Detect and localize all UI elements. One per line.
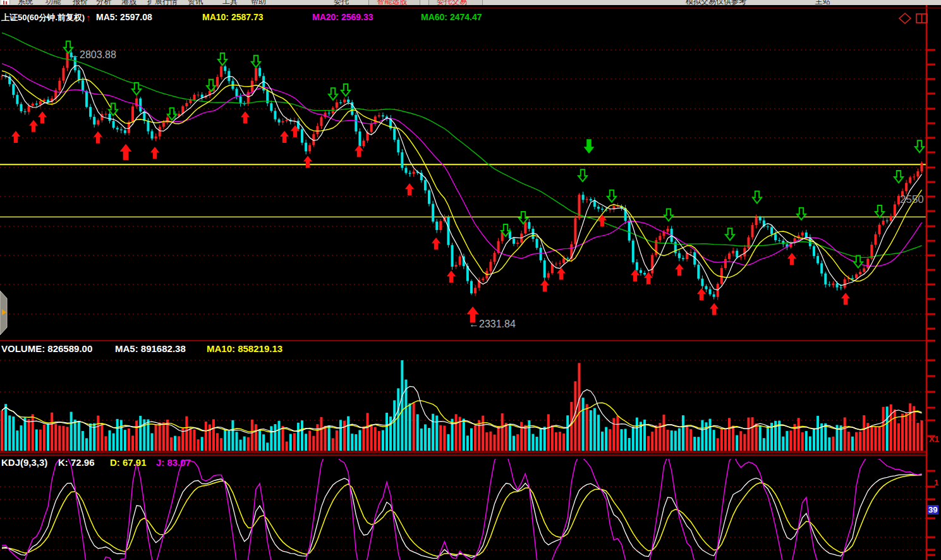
sell-arrow-icon (664, 209, 673, 221)
buy-arrow-icon (631, 269, 640, 281)
menu-item-1[interactable]: 系统 (18, 0, 33, 5)
menu-status-1: 模拟交易仅供参考 (686, 0, 746, 5)
kdj-label-3: D: 67.91 (110, 457, 147, 468)
volume-label-3: MA10: 858219.13 (207, 343, 282, 354)
volume-label-2: MA5: 891682.38 (115, 343, 186, 354)
kdj-d-line (2, 475, 922, 557)
ma-label-2: MA10: 2587.73 (202, 12, 264, 22)
menu-item-10[interactable]: 委托 (334, 0, 349, 5)
volume-label-1: VOLUME: 826589.00 (1, 343, 92, 354)
sell-arrow-icon (252, 56, 260, 68)
menu-item-6[interactable]: 扩展行情 (147, 0, 178, 5)
menu-item-7[interactable]: 资讯 (188, 0, 203, 5)
ma-label-3: MA20: 2569.33 (312, 12, 373, 22)
window-top-border (0, 8, 941, 8)
app-window: 系统功能报价分析港股扩展行情资讯工具帮助委托智能选股委托交易模拟交易仅供参考主站… (0, 0, 941, 560)
buy-arrow-icon (787, 253, 796, 265)
buy-arrow-icon (557, 268, 566, 280)
buy-arrow-icon (120, 144, 132, 161)
buy-arrow-icon (710, 303, 719, 315)
ma-label-4: MA60: 2474.47 (421, 12, 482, 22)
kdj-axis-label: 1 (934, 478, 938, 487)
buy-arrow-icon (150, 147, 159, 159)
menu-item-2[interactable]: 功能 (46, 0, 61, 5)
sell-arrow-icon (329, 88, 337, 100)
menu-item-9[interactable]: 帮助 (251, 0, 266, 5)
trough-price-label: ←2331.84 (469, 319, 516, 330)
sell-arrow-icon (894, 171, 903, 183)
kdj-label-1: KDJ(9,3,3) (1, 457, 47, 468)
sell-arrow-icon (218, 53, 227, 65)
menu-status-2: 主站 (815, 0, 830, 5)
buy-arrow-icon (355, 145, 363, 157)
kdj-label-4: J: 83.07 (156, 457, 191, 468)
menu-bar: 系统功能报价分析港股扩展行情资讯工具帮助委托智能选股委托交易模拟交易仅供参考主站 (0, 0, 941, 5)
buy-arrow-icon (675, 264, 684, 276)
buy-arrow-icon (280, 131, 289, 143)
menu-button-2[interactable]: 委托交易 (428, 0, 483, 5)
diamond-icon[interactable] (899, 13, 911, 23)
peak-price-label: ←2803.88 (70, 49, 116, 61)
buy-arrow-icon (432, 238, 440, 250)
sell-arrow-icon (519, 212, 528, 224)
kdj-label-2: K: 72.96 (58, 457, 95, 468)
sell-arrow-icon (725, 228, 734, 240)
sell-arrow-icon (875, 205, 884, 217)
buy-arrow-icon (241, 111, 250, 123)
sell-arrow-icon (797, 208, 806, 220)
trend-up-icon: ↑ (86, 12, 91, 23)
sell-arrow-icon (341, 84, 350, 96)
sell-arrow-icon (753, 192, 762, 204)
chart-title: 上证50(60分钟.前复权) (1, 12, 85, 23)
menu-item-5[interactable]: 港股 (121, 0, 137, 5)
buy-arrow-icon (29, 120, 38, 132)
sell-arrow-icon (607, 190, 616, 202)
buy-arrow-icon (540, 280, 549, 292)
menu-item-3[interactable]: 报价 (73, 0, 88, 5)
sell-arrow-icon (915, 140, 924, 152)
kdj-value-badge: 39 (927, 505, 938, 514)
sell-arrow-icon (578, 169, 587, 181)
buy-arrow-icon (94, 131, 102, 143)
buy-arrow-icon (405, 183, 414, 195)
volume-scale-label: X1 (929, 434, 939, 444)
ma-label-1: MA5: 2597.08 (96, 12, 152, 22)
buy-arrow-icon (841, 293, 850, 305)
menu-item-8[interactable]: 工具 (222, 0, 238, 5)
buy-arrow-icon (697, 288, 706, 300)
main-price-plot[interactable] (1, 33, 924, 323)
ma60-line (2, 33, 922, 258)
menu-item-4[interactable]: 分析 (96, 0, 111, 5)
axis-price-label: 2550 (900, 193, 924, 206)
gridlines (0, 50, 926, 550)
volume-plot[interactable] (1, 360, 923, 451)
sell-arrow-icon (109, 104, 118, 116)
pane-window-icons (897, 12, 930, 28)
buy-arrow-icon (38, 111, 47, 123)
menu-button-1[interactable]: 智能选股 (368, 0, 420, 5)
buy-arrow-icon (303, 156, 312, 168)
left-panel-handle[interactable] (0, 291, 7, 335)
buy-arrow-icon (447, 271, 456, 283)
sell-arrow-icon (584, 139, 595, 154)
app-icon[interactable] (1, 0, 10, 4)
volume-ma-line (2, 386, 922, 433)
chart-canvas[interactable] (0, 0, 941, 560)
buy-arrow-icon (11, 131, 20, 143)
